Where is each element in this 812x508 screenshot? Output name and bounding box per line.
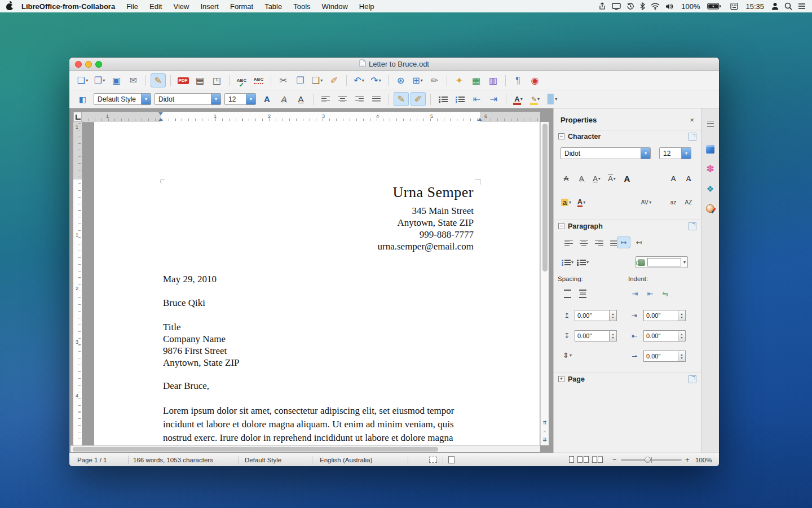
- sidebar-font-effects-button[interactable]: A: [620, 173, 634, 185]
- sidebar-overline-button[interactable]: A▾: [605, 173, 619, 185]
- underline-button[interactable]: A: [293, 92, 308, 106]
- sidebar-menu-button[interactable]: [703, 116, 718, 131]
- formatting-marks-button[interactable]: ¶: [510, 73, 526, 87]
- paste-button[interactable]: ❑▾: [310, 73, 325, 87]
- help-button[interactable]: ◉: [527, 73, 542, 87]
- redo-button-dropdown[interactable]: ▾: [379, 78, 381, 83]
- new-document-button-dropdown[interactable]: ▾: [86, 78, 88, 83]
- character-spacing-button-dropdown[interactable]: ▾: [649, 200, 651, 205]
- menu-format[interactable]: Format: [224, 2, 259, 11]
- sidebar-close-button[interactable]: ×: [690, 116, 694, 124]
- document-page[interactable]: Urna Semper 345 Main Street Anytown, Sta…: [94, 122, 540, 445]
- uppercase-button[interactable]: AZ: [682, 196, 695, 208]
- increase-indent-button[interactable]: ⇥: [486, 92, 501, 106]
- media-button[interactable]: ▥: [486, 73, 501, 87]
- left-to-right-button[interactable]: ↦: [617, 237, 630, 248]
- paragraph-collapse-button[interactable]: −: [558, 223, 564, 229]
- align-right-button[interactable]: [352, 92, 367, 106]
- sidebar-decrease-indent-button[interactable]: ⇤: [643, 288, 657, 300]
- after-text-indent-stepper[interactable]: ▲▼: [678, 330, 686, 341]
- line-spacing-dropdown[interactable]: ▾: [570, 353, 572, 358]
- spelling-button[interactable]: ABC: [234, 73, 249, 87]
- undo-button-dropdown[interactable]: ▾: [362, 78, 364, 83]
- right-to-left-button[interactable]: ↤: [632, 237, 646, 248]
- page-style-field[interactable]: Default Style: [245, 453, 281, 466]
- book-view-button[interactable]: [592, 456, 603, 464]
- menu-view[interactable]: View: [167, 2, 195, 11]
- zoom-in-button[interactable]: +: [685, 453, 690, 466]
- paragraph-section-header[interactable]: − Paragraph: [554, 220, 701, 232]
- redo-button[interactable]: ↷▾: [368, 73, 383, 87]
- italic-button[interactable]: A: [276, 92, 292, 106]
- character-font-color-button-dropdown[interactable]: ▾: [583, 200, 585, 205]
- sidebar-underline-button-dropdown[interactable]: ▾: [598, 176, 601, 181]
- sidebar-increase-indent-button[interactable]: ⇥: [628, 288, 642, 300]
- insert-table-button[interactable]: ⊞▾: [410, 73, 425, 87]
- horizontal-scrollbar-thumb[interactable]: [73, 447, 438, 452]
- align-left-button[interactable]: [318, 92, 333, 106]
- next-page-button[interactable]: ⇊: [541, 436, 549, 444]
- user-icon[interactable]: [769, 2, 782, 10]
- font-color-button[interactable]: A▾: [511, 92, 526, 106]
- spacing-preset-1-button[interactable]: [561, 288, 574, 300]
- character-highlighting-button-dropdown[interactable]: ▾: [569, 200, 571, 205]
- horizontal-scrollbar[interactable]: [70, 445, 540, 452]
- first-line-indent-stepper[interactable]: ▲▼: [678, 351, 686, 362]
- sidebar-align-right-button[interactable]: [592, 237, 606, 248]
- character-dialog-launcher[interactable]: [689, 133, 696, 141]
- time-machine-icon[interactable]: [624, 2, 637, 10]
- spotlight-icon[interactable]: [782, 2, 795, 10]
- multi-page-view-button[interactable]: [577, 456, 589, 464]
- decrease-indent-button[interactable]: ⇤: [469, 92, 484, 106]
- copy-button[interactable]: ❐: [293, 73, 308, 87]
- language-field[interactable]: English (Australia): [320, 453, 372, 466]
- insert-table-button-dropdown[interactable]: ▾: [421, 78, 423, 83]
- left-indent-marker[interactable]: [158, 118, 163, 121]
- before-text-indent-input[interactable]: 0.00": [643, 310, 678, 321]
- deck-gallery-button[interactable]: ✽: [703, 161, 718, 176]
- character-collapse-button[interactable]: −: [558, 133, 564, 139]
- sidebar-shadow-button[interactable]: A: [575, 173, 588, 185]
- vertical-scrollbar-thumb[interactable]: [542, 124, 548, 271]
- hyperlink-button[interactable]: ⊛: [393, 73, 408, 87]
- below-paragraph-spacing-input[interactable]: 0.00": [575, 330, 610, 341]
- menu-help[interactable]: Help: [354, 2, 380, 11]
- below-paragraph-spacing-stepper[interactable]: ▲▼: [610, 330, 617, 341]
- volume-icon[interactable]: [663, 3, 677, 10]
- zoom-slider-thumb[interactable]: [645, 457, 651, 463]
- print-button[interactable]: ▤: [192, 73, 208, 87]
- apple-menu[interactable]: [3, 2, 16, 10]
- paragraph-background-button[interactable]: ▾: [636, 256, 688, 268]
- menu-bar-clock[interactable]: 15:35: [744, 2, 765, 11]
- line-spacing-button[interactable]: ⇕ ▾: [561, 349, 574, 361]
- paragraph-style-dropdown[interactable]: ▾: [141, 94, 151, 104]
- sidebar-font-name-combo[interactable]: Didot ▾: [561, 147, 651, 159]
- zoom-percentage[interactable]: 100%: [695, 453, 712, 466]
- menu-edit[interactable]: Edit: [144, 2, 167, 11]
- deck-media-button[interactable]: ❖: [703, 181, 718, 196]
- menu-table[interactable]: Table: [259, 2, 288, 11]
- title-bar[interactable]: Letter to Bruce.odt: [69, 58, 719, 71]
- vertical-ruler[interactable]: 11234: [73, 122, 82, 445]
- paragraph-dialog-launcher[interactable]: [689, 222, 696, 230]
- save-button[interactable]: ▣: [109, 73, 124, 87]
- background-color-button[interactable]: ▉▾: [545, 92, 560, 106]
- before-text-indent-stepper[interactable]: ▲▼: [678, 310, 686, 321]
- numbering-button[interactable]: ▾: [576, 256, 589, 268]
- sidebar-font-size-combo[interactable]: 12 ▾: [659, 147, 691, 159]
- menu-insert[interactable]: Insert: [195, 2, 224, 11]
- above-paragraph-spacing-input[interactable]: 0.00": [575, 310, 610, 321]
- above-paragraph-spacing-stepper[interactable]: ▲▼: [610, 310, 617, 321]
- character-section-header[interactable]: − Character: [554, 130, 701, 142]
- highlight-color-button-dropdown[interactable]: ▾: [537, 97, 540, 102]
- sidebar-strikethrough-button[interactable]: A: [559, 173, 573, 185]
- right-indent-marker[interactable]: [478, 118, 482, 121]
- undo-button[interactable]: ↶▾: [351, 73, 367, 87]
- character-spacing-button[interactable]: AV▾: [639, 196, 653, 208]
- bold-button[interactable]: A: [259, 92, 275, 106]
- highlight-color-button[interactable]: ✎▾: [528, 92, 543, 106]
- app-menu[interactable]: LibreOffice-from-Collabora: [16, 2, 121, 11]
- lowercase-button[interactable]: az: [667, 196, 680, 208]
- edit-pen-button[interactable]: ✎: [394, 92, 409, 106]
- font-size-combo[interactable]: 12 ▾: [224, 93, 256, 105]
